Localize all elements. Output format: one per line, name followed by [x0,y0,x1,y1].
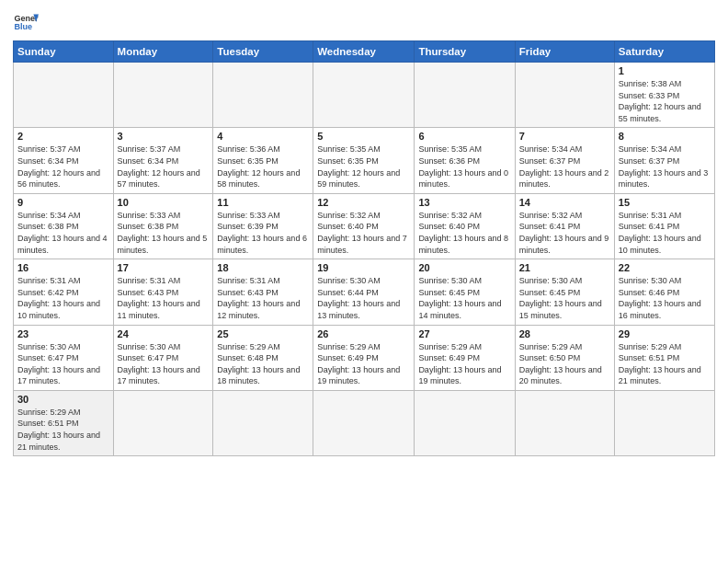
calendar-cell: 15Sunrise: 5:31 AM Sunset: 6:41 PM Dayli… [614,193,714,259]
day-info: Sunrise: 5:29 AM Sunset: 6:49 PM Dayligh… [418,341,510,387]
day-info: Sunrise: 5:38 AM Sunset: 6:33 PM Dayligh… [619,78,711,124]
day-number: 26 [317,328,410,339]
calendar-table: SundayMondayTuesdayWednesdayThursdayFrid… [13,40,715,456]
svg-text:Blue: Blue [14,22,32,31]
calendar-cell: 23Sunrise: 5:30 AM Sunset: 6:47 PM Dayli… [14,325,114,390]
calendar-cell: 19Sunrise: 5:30 AM Sunset: 6:44 PM Dayli… [313,259,415,325]
day-info: Sunrise: 5:33 AM Sunset: 6:38 PM Dayligh… [118,210,210,256]
calendar-cell: 20Sunrise: 5:30 AM Sunset: 6:45 PM Dayli… [415,259,515,325]
calendar-cell [415,63,515,128]
calendar-cell [14,63,114,128]
header-area: General Blue [13,9,715,35]
calendar-week-row: 23Sunrise: 5:30 AM Sunset: 6:47 PM Dayli… [14,325,715,390]
calendar-cell: 4Sunrise: 5:36 AM Sunset: 6:35 PM Daylig… [213,128,313,193]
calendar-week-row: 16Sunrise: 5:31 AM Sunset: 6:42 PM Dayli… [14,259,715,325]
weekday-header-friday: Friday [515,41,614,63]
calendar-cell: 14Sunrise: 5:32 AM Sunset: 6:41 PM Dayli… [515,193,614,259]
calendar-cell: 16Sunrise: 5:31 AM Sunset: 6:42 PM Dayli… [14,259,114,325]
calendar-cell: 30Sunrise: 5:29 AM Sunset: 6:51 PM Dayli… [14,390,114,455]
calendar-cell [313,390,415,455]
day-number: 22 [619,262,711,273]
calendar-cell [415,390,515,455]
day-number: 10 [118,197,210,208]
day-info: Sunrise: 5:29 AM Sunset: 6:51 PM Dayligh… [17,407,109,453]
calendar-cell: 9Sunrise: 5:34 AM Sunset: 6:38 PM Daylig… [14,193,114,259]
day-number: 5 [317,131,410,142]
generalblue-logo-icon: General Blue [13,9,39,35]
calendar-cell: 27Sunrise: 5:29 AM Sunset: 6:49 PM Dayli… [415,325,515,390]
day-number: 12 [317,197,410,208]
day-number: 30 [17,394,109,405]
calendar-cell: 2Sunrise: 5:37 AM Sunset: 6:34 PM Daylig… [14,128,114,193]
day-info: Sunrise: 5:29 AM Sunset: 6:50 PM Dayligh… [519,341,610,387]
page: General Blue SundayMondayTuesdayWednesda… [0,0,728,563]
day-info: Sunrise: 5:29 AM Sunset: 6:49 PM Dayligh… [317,341,410,387]
weekday-header-wednesday: Wednesday [313,41,415,63]
calendar-cell [213,390,313,455]
calendar-cell: 12Sunrise: 5:32 AM Sunset: 6:40 PM Dayli… [313,193,415,259]
day-info: Sunrise: 5:30 AM Sunset: 6:45 PM Dayligh… [519,275,610,321]
calendar-cell: 11Sunrise: 5:33 AM Sunset: 6:39 PM Dayli… [213,193,313,259]
calendar-cell: 29Sunrise: 5:29 AM Sunset: 6:51 PM Dayli… [614,325,714,390]
day-number: 9 [17,197,109,208]
day-number: 3 [118,131,210,142]
day-info: Sunrise: 5:30 AM Sunset: 6:44 PM Dayligh… [317,275,410,321]
weekday-header-tuesday: Tuesday [213,41,313,63]
day-number: 6 [418,131,510,142]
calendar-cell: 17Sunrise: 5:31 AM Sunset: 6:43 PM Dayli… [113,259,213,325]
calendar-cell [515,63,614,128]
day-number: 29 [619,328,711,339]
calendar-cell: 22Sunrise: 5:30 AM Sunset: 6:46 PM Dayli… [614,259,714,325]
calendar-cell: 10Sunrise: 5:33 AM Sunset: 6:38 PM Dayli… [113,193,213,259]
calendar-cell [113,390,213,455]
day-info: Sunrise: 5:34 AM Sunset: 6:37 PM Dayligh… [619,144,711,190]
day-number: 15 [619,197,711,208]
day-number: 23 [17,328,109,339]
day-number: 14 [519,197,610,208]
day-info: Sunrise: 5:34 AM Sunset: 6:38 PM Dayligh… [17,210,109,256]
calendar-cell: 28Sunrise: 5:29 AM Sunset: 6:50 PM Dayli… [515,325,614,390]
day-number: 7 [519,131,610,142]
calendar-cell: 1Sunrise: 5:38 AM Sunset: 6:33 PM Daylig… [614,63,714,128]
day-info: Sunrise: 5:33 AM Sunset: 6:39 PM Dayligh… [217,210,309,256]
day-info: Sunrise: 5:31 AM Sunset: 6:41 PM Dayligh… [619,210,711,256]
calendar-cell: 7Sunrise: 5:34 AM Sunset: 6:37 PM Daylig… [515,128,614,193]
calendar-cell: 26Sunrise: 5:29 AM Sunset: 6:49 PM Dayli… [313,325,415,390]
calendar-cell: 24Sunrise: 5:30 AM Sunset: 6:47 PM Dayli… [113,325,213,390]
day-number: 11 [217,197,309,208]
day-info: Sunrise: 5:29 AM Sunset: 6:48 PM Dayligh… [217,341,309,387]
day-number: 2 [17,131,109,142]
day-number: 20 [418,262,510,273]
weekday-header-monday: Monday [113,41,213,63]
day-number: 8 [619,131,711,142]
weekday-header-sunday: Sunday [14,41,114,63]
day-info: Sunrise: 5:37 AM Sunset: 6:34 PM Dayligh… [17,144,109,190]
weekday-header-thursday: Thursday [415,41,515,63]
calendar-cell [213,63,313,128]
day-info: Sunrise: 5:30 AM Sunset: 6:47 PM Dayligh… [118,341,210,387]
day-number: 19 [317,262,410,273]
calendar-cell: 6Sunrise: 5:35 AM Sunset: 6:36 PM Daylig… [415,128,515,193]
calendar-cell: 5Sunrise: 5:35 AM Sunset: 6:35 PM Daylig… [313,128,415,193]
day-number: 28 [519,328,610,339]
day-number: 1 [619,65,711,76]
day-number: 4 [217,131,309,142]
day-info: Sunrise: 5:32 AM Sunset: 6:41 PM Dayligh… [519,210,610,256]
day-info: Sunrise: 5:32 AM Sunset: 6:40 PM Dayligh… [418,210,510,256]
day-info: Sunrise: 5:29 AM Sunset: 6:51 PM Dayligh… [619,341,711,387]
weekday-header-saturday: Saturday [614,41,714,63]
day-info: Sunrise: 5:30 AM Sunset: 6:45 PM Dayligh… [418,275,510,321]
weekday-header-row: SundayMondayTuesdayWednesdayThursdayFrid… [14,41,715,63]
day-number: 21 [519,262,610,273]
day-info: Sunrise: 5:31 AM Sunset: 6:43 PM Dayligh… [217,275,309,321]
day-number: 16 [17,262,109,273]
day-info: Sunrise: 5:34 AM Sunset: 6:37 PM Dayligh… [519,144,610,190]
day-info: Sunrise: 5:31 AM Sunset: 6:43 PM Dayligh… [118,275,210,321]
day-info: Sunrise: 5:35 AM Sunset: 6:36 PM Dayligh… [418,144,510,190]
calendar-cell: 21Sunrise: 5:30 AM Sunset: 6:45 PM Dayli… [515,259,614,325]
day-info: Sunrise: 5:37 AM Sunset: 6:34 PM Dayligh… [118,144,210,190]
day-number: 17 [118,262,210,273]
day-info: Sunrise: 5:35 AM Sunset: 6:35 PM Dayligh… [317,144,410,190]
calendar-week-row: 9Sunrise: 5:34 AM Sunset: 6:38 PM Daylig… [14,193,715,259]
calendar-week-row: 2Sunrise: 5:37 AM Sunset: 6:34 PM Daylig… [14,128,715,193]
